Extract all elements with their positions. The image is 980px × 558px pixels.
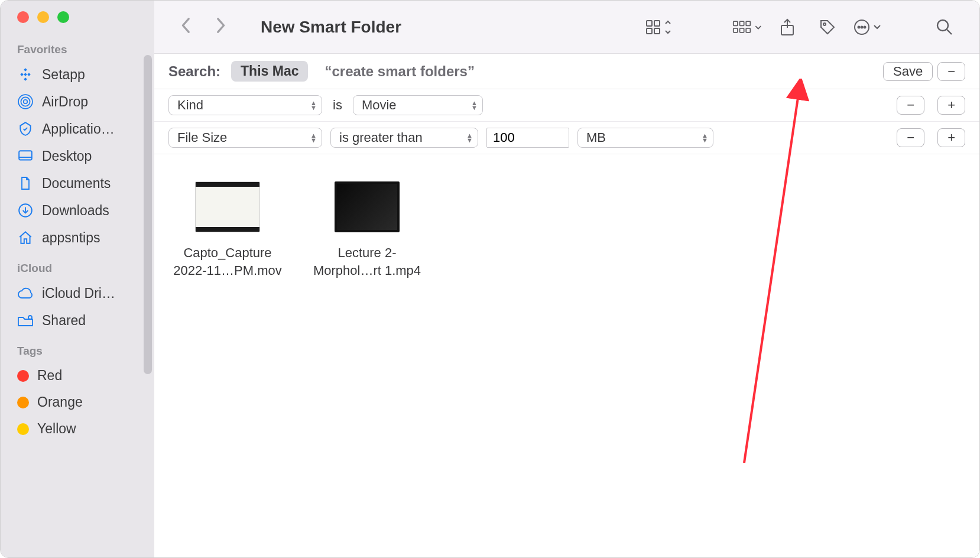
tag-dot-yellow	[17, 423, 29, 435]
add-criteria-button[interactable]: +	[937, 128, 965, 147]
group-button[interactable]	[732, 15, 762, 39]
sidebar-tag-yellow[interactable]: Yellow	[1, 416, 154, 442]
minimize-window-button[interactable]	[37, 11, 49, 23]
criteria-attribute-select[interactable]: File Size ▲▼	[168, 128, 322, 148]
add-criteria-button[interactable]: +	[937, 96, 965, 115]
sidebar-item-label: Red	[37, 368, 138, 384]
criteria-row: Kind ▲▼ is Movie ▲▼ − +	[154, 89, 979, 122]
sidebar-item-documents[interactable]: Documents	[1, 170, 154, 197]
criteria-row: File Size ▲▼ is greater than ▲▼ MB ▲▼ − …	[154, 122, 979, 154]
svg-rect-4	[24, 73, 27, 76]
sidebar-item-label: Desktop	[42, 148, 138, 164]
forward-button[interactable]	[209, 15, 232, 38]
criteria-value-select[interactable]: Movie ▲▼	[353, 95, 483, 115]
applications-icon	[17, 121, 34, 137]
tags-button[interactable]	[813, 15, 842, 39]
sidebar-item-desktop[interactable]: Desktop	[1, 142, 154, 170]
stepper-arrows-icon: ▲▼	[310, 100, 317, 110]
criteria-value-input[interactable]	[486, 128, 569, 148]
sidebar-scrollbar[interactable]	[144, 55, 152, 374]
criteria-operator-select[interactable]: is greater than ▲▼	[330, 128, 478, 148]
sidebar-item-label: Orange	[37, 394, 138, 410]
sidebar-item-icloud-drive[interactable]: iCloud Dri…	[1, 280, 154, 307]
results-area: Capto_Capture2022-11…PM.mov Lecture 2-Mo…	[154, 154, 979, 557]
cloud-icon	[17, 285, 34, 301]
sidebar-item-airdrop[interactable]: AirDrop	[1, 88, 154, 115]
combo-value: Kind	[177, 98, 203, 113]
combo-value: MB	[586, 130, 606, 145]
sidebar-item-label: Shared	[42, 313, 138, 329]
svg-point-22	[823, 23, 826, 25]
tag-dot-orange	[17, 397, 29, 408]
remove-criteria-button[interactable]: −	[897, 96, 924, 115]
share-button[interactable]	[773, 15, 802, 39]
search-button[interactable]	[930, 15, 959, 39]
file-thumbnail	[335, 181, 400, 232]
criteria-unit-select[interactable]: MB ▲▼	[577, 128, 713, 148]
documents-icon	[17, 175, 34, 192]
file-name: Capto_Capture2022-11…PM.mov	[168, 244, 287, 280]
icon-view-button[interactable]	[644, 15, 673, 39]
sidebar-item-label: Yellow	[37, 421, 138, 437]
sidebar: Favorites Setapp AirDrop Applicatio… Des…	[1, 1, 154, 557]
action-menu-button[interactable]	[853, 15, 882, 39]
shared-folder-icon	[17, 312, 34, 329]
collapse-criteria-button[interactable]: −	[937, 62, 965, 81]
combo-value: Movie	[362, 98, 397, 113]
svg-rect-3	[24, 77, 27, 81]
sidebar-item-downloads[interactable]: Downloads	[1, 197, 154, 224]
svg-rect-16	[740, 21, 744, 25]
file-thumbnail	[195, 181, 260, 232]
sidebar-tag-orange[interactable]: Orange	[1, 389, 154, 416]
file-item[interactable]: Lecture 2-Morphol…rt 1.mp4	[308, 181, 426, 280]
sidebar-item-label: Downloads	[42, 203, 138, 219]
search-scope-query[interactable]: “create smart folders”	[324, 63, 474, 80]
sidebar-section-tags: Tags	[1, 341, 154, 362]
svg-rect-12	[654, 21, 660, 26]
sidebar-item-appsntips[interactable]: appsntips	[1, 224, 154, 251]
svg-rect-1	[20, 73, 24, 76]
sidebar-item-setapp[interactable]: Setapp	[1, 61, 154, 88]
svg-point-10	[28, 316, 32, 319]
toolbar: New Smart Folder	[154, 1, 979, 54]
search-scope-bar: Search: This Mac “create smart folders” …	[154, 54, 979, 89]
svg-point-6	[21, 97, 30, 106]
close-window-button[interactable]	[17, 11, 29, 23]
combo-value: File Size	[177, 130, 227, 145]
stepper-arrows-icon: ▲▼	[471, 100, 478, 110]
search-scope-this-mac[interactable]: This Mac	[231, 61, 308, 82]
svg-rect-2	[27, 73, 31, 76]
main-pane: New Smart Folder Search: T	[154, 1, 979, 557]
desktop-icon	[17, 148, 34, 164]
criteria-operator-text: is	[330, 98, 345, 113]
window-title: New Smart Folder	[261, 18, 401, 37]
sidebar-item-label: Applicatio…	[42, 121, 138, 137]
svg-point-26	[864, 26, 866, 28]
svg-rect-8	[19, 151, 32, 160]
house-icon	[17, 229, 34, 246]
sidebar-item-applications[interactable]: Applicatio…	[1, 115, 154, 142]
sidebar-item-shared[interactable]: Shared	[1, 307, 154, 334]
airdrop-icon	[17, 93, 34, 110]
sidebar-section-icloud: iCloud	[1, 258, 154, 280]
sidebar-item-label: Documents	[42, 176, 138, 192]
svg-rect-19	[740, 28, 744, 32]
svg-rect-15	[734, 21, 738, 25]
setapp-icon	[17, 66, 34, 83]
criteria-attribute-select[interactable]: Kind ▲▼	[168, 95, 322, 115]
fullscreen-window-button[interactable]	[57, 11, 69, 23]
svg-point-25	[861, 26, 863, 28]
file-name: Lecture 2-Morphol…rt 1.mp4	[308, 244, 426, 280]
file-item[interactable]: Capto_Capture2022-11…PM.mov	[168, 181, 287, 280]
svg-rect-11	[647, 21, 652, 26]
back-button[interactable]	[174, 15, 198, 38]
tag-dot-red	[17, 370, 29, 382]
traffic-lights	[1, 11, 154, 23]
sidebar-tag-red[interactable]: Red	[1, 362, 154, 389]
save-button[interactable]: Save	[883, 62, 933, 81]
svg-rect-14	[654, 28, 660, 34]
sidebar-section-favorites: Favorites	[1, 40, 154, 61]
sidebar-item-label: appsntips	[42, 230, 138, 246]
remove-criteria-button[interactable]: −	[897, 128, 924, 147]
stepper-arrows-icon: ▲▼	[466, 133, 473, 142]
